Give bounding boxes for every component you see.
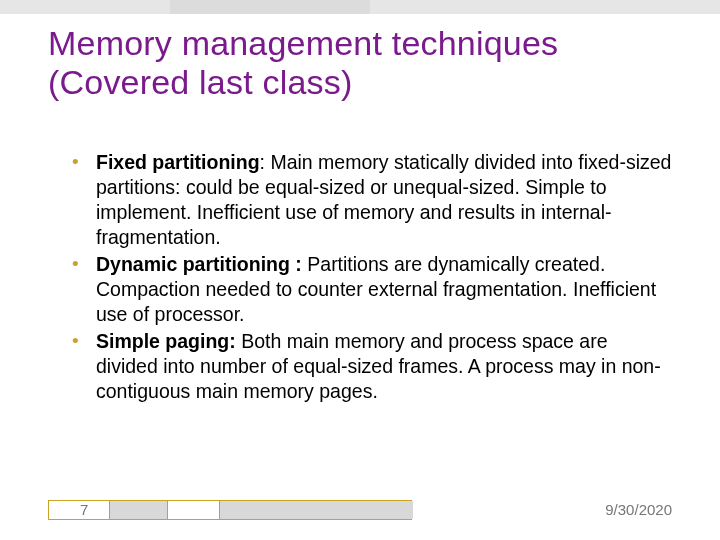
bottom-decor-bar [48,500,412,520]
decor-segment [109,501,167,519]
bullet-lead: Simple paging: [96,330,236,352]
bullet-lead: Fixed partitioning [96,151,260,173]
decor-segment [219,501,413,519]
bullet-item: Fixed partitioning: Main memory statical… [70,150,672,250]
bullet-item: Dynamic partitioning : Partitions are dy… [70,252,672,327]
slide: Memory management techniques (Covered la… [0,0,720,540]
decor-divider [219,501,220,519]
slide-date: 9/30/2020 [605,501,672,518]
slide-title: Memory management techniques (Covered la… [48,24,672,102]
bullet-item: Simple paging: Both main memory and proc… [70,329,672,404]
bullet-list: Fixed partitioning: Main memory statical… [70,150,672,404]
top-decor-accent [170,0,370,14]
decor-divider [167,501,168,519]
slide-content: Fixed partitioning: Main memory statical… [70,150,672,406]
decor-divider [109,501,110,519]
bullet-lead: Dynamic partitioning : [96,253,302,275]
page-number: 7 [80,501,88,518]
